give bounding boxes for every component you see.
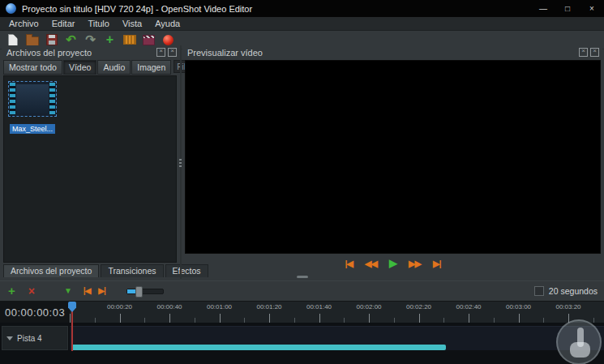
ruler-label: 00:03:20 xyxy=(555,303,580,310)
save-project-button[interactable] xyxy=(45,33,58,47)
timeline-toolbar: + × ▼ |◀ ▶| 20 segundos xyxy=(0,280,604,301)
ruler-label: 00:03:00 xyxy=(506,303,531,310)
project-files-panel-header: Archivos del proyecto xyxy=(2,45,180,59)
zoom-slider[interactable] xyxy=(126,289,164,294)
preview-dock-icons xyxy=(579,48,599,57)
maximize-button[interactable]: □ xyxy=(555,0,580,17)
panel-dock-icons xyxy=(156,48,177,57)
menu-item-vista[interactable]: Vista xyxy=(116,17,148,30)
playhead-line xyxy=(71,311,73,351)
video-preview xyxy=(185,60,601,254)
undo-button[interactable]: ↶ xyxy=(64,33,78,47)
preview-panel-title: Previsualizar vídeo xyxy=(187,48,263,58)
fast-forward-button[interactable]: ▶▶ xyxy=(409,257,421,270)
timeline-scrollbar[interactable] xyxy=(71,345,446,350)
timeline-ruler-row: 00:00:00:03 00:00:20 00:00:40 00:01:00 0… xyxy=(0,301,604,323)
thumbnail-image xyxy=(16,84,49,113)
menu-item-ayuda[interactable]: Ayuda xyxy=(148,17,186,30)
redo-button[interactable]: ↷ xyxy=(84,33,97,47)
razor-tool-button[interactable]: × xyxy=(28,285,35,298)
project-files-list[interactable]: Max_Steel... xyxy=(3,75,177,263)
tab-audio[interactable]: Audio xyxy=(97,60,131,75)
export-video-icon xyxy=(163,35,173,45)
track-label: Pista 4 xyxy=(17,334,42,343)
project-files-panel-title: Archivos del proyecto xyxy=(6,48,92,58)
snapping-toggle-button[interactable]: ▼ xyxy=(64,285,72,298)
jump-to-start-button[interactable]: |◀ xyxy=(345,257,353,270)
undock-preview-icon[interactable] xyxy=(579,48,588,57)
save-project-icon xyxy=(46,34,58,45)
title-icon xyxy=(143,35,155,45)
profile-icon xyxy=(123,35,136,45)
video-file-thumbnail[interactable]: Max_Steel... xyxy=(8,81,57,117)
playback-controls: |◀ ◀◀ ▶ ▶▶ ▶| xyxy=(185,255,601,272)
new-project-button[interactable] xyxy=(6,33,19,47)
lower-dock-tabs: Archivos del proyecto Transiciones Efect… xyxy=(3,263,208,277)
close-preview-icon[interactable] xyxy=(590,48,599,57)
ruler-label: 00:02:00 xyxy=(356,303,381,310)
tab-transiciones[interactable]: Transiciones xyxy=(101,264,163,277)
previous-marker-button[interactable]: |◀ xyxy=(84,285,91,298)
video-file-label: Max_Steel... xyxy=(10,124,55,134)
timeline-splitter-handle[interactable] xyxy=(297,276,308,278)
ruler-label: 00:02:20 xyxy=(406,303,431,310)
open-project-icon xyxy=(26,36,39,46)
close-button[interactable]: × xyxy=(580,0,604,17)
jump-to-end-button[interactable]: ▶| xyxy=(433,257,441,270)
undock-panel-icon[interactable] xyxy=(156,48,165,57)
zoom-scale-label: 20 segundos xyxy=(549,286,598,296)
redo-icon: ↷ xyxy=(85,34,96,45)
menu-item-editar[interactable]: Editar xyxy=(45,17,82,30)
next-marker-button[interactable]: ▶| xyxy=(98,285,105,298)
choose-profile-button[interactable] xyxy=(122,33,136,47)
tab-archivos-del-proyecto[interactable]: Archivos del proyecto xyxy=(3,264,99,277)
panel-splitter[interactable] xyxy=(180,45,182,279)
watermark-hand-icon xyxy=(570,342,590,358)
menu-item-archivo[interactable]: Archivo xyxy=(2,17,45,30)
openshot-logo-icon xyxy=(6,3,16,14)
add-track-button[interactable]: + xyxy=(8,285,15,298)
ruler-label: 00:02:40 xyxy=(456,303,481,310)
openshot-window: Proyecto sin titulo [HDV 720 24p] - Open… xyxy=(0,0,604,364)
menu-item-titulo[interactable]: Titulo xyxy=(81,17,116,30)
window-title: Proyecto sin titulo [HDV 720 24p] - Open… xyxy=(22,4,252,14)
zoom-scale-checkbox[interactable] xyxy=(534,286,544,296)
window-controls: — □ × xyxy=(531,0,604,17)
track-header-pista-4[interactable]: Pista 4 xyxy=(2,326,68,350)
undo-icon: ↶ xyxy=(66,34,76,45)
timecode-display: 00:00:00:03 xyxy=(0,302,70,323)
chevron-down-icon[interactable] xyxy=(6,336,13,340)
tab-mostrar-todo[interactable]: Mostrar todo xyxy=(3,60,62,75)
tab-imagen[interactable]: Imagen xyxy=(131,60,171,75)
new-project-icon xyxy=(8,34,18,46)
import-files-icon: + xyxy=(106,34,114,45)
timeline-ruler[interactable]: 00:00:20 00:00:40 00:01:00 00:01:20 00:0… xyxy=(70,302,604,323)
ruler-label: 00:01:00 xyxy=(207,303,232,310)
titlebar: Proyecto sin titulo [HDV 720 24p] - Open… xyxy=(0,0,604,17)
ruler-label: 00:01:40 xyxy=(306,303,332,310)
ruler-major-ticks xyxy=(70,314,604,323)
title-editor-button[interactable] xyxy=(142,33,156,47)
play-button[interactable]: ▶ xyxy=(389,257,396,270)
close-panel-icon[interactable] xyxy=(168,48,177,57)
import-files-button[interactable]: + xyxy=(103,33,117,47)
zoom-slider-handle[interactable] xyxy=(135,286,143,298)
minimize-button[interactable]: — xyxy=(531,0,555,17)
tab-video[interactable]: Vídeo xyxy=(63,60,96,75)
ruler-label: 00:01:20 xyxy=(256,303,281,310)
watermark-logo xyxy=(556,319,602,364)
open-project-button[interactable] xyxy=(25,33,39,47)
zoom-scale-group: 20 segundos xyxy=(534,286,598,296)
panel-splitter-handle[interactable] xyxy=(179,159,182,161)
menubar: Archivo Editar Titulo Vista Ayuda xyxy=(0,17,604,31)
ruler-label: 00:00:20 xyxy=(107,303,132,310)
preview-panel-header: Previsualizar vídeo xyxy=(182,45,602,59)
export-video-button[interactable] xyxy=(161,33,175,47)
ruler-label: 00:00:40 xyxy=(156,303,182,310)
rewind-button[interactable]: ◀◀ xyxy=(365,257,377,270)
